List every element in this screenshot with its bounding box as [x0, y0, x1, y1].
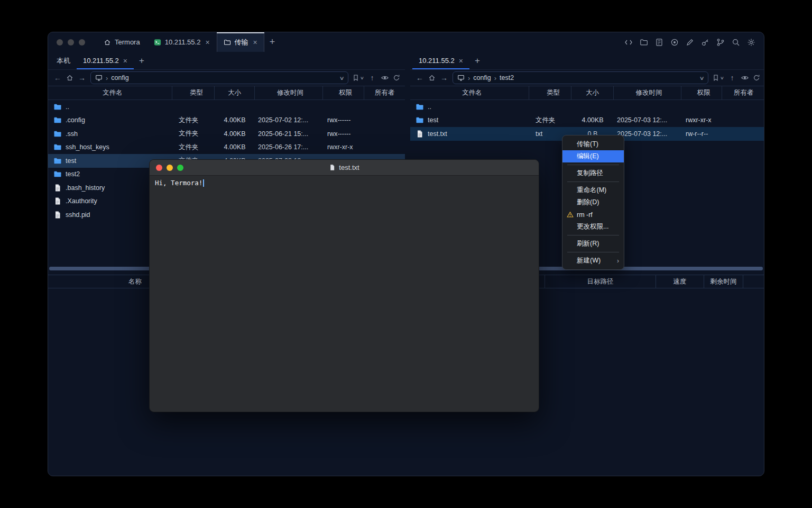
- table-row[interactable]: ..: [48, 100, 405, 114]
- menu-item-copy-path[interactable]: 复制路径: [562, 167, 624, 179]
- column-header-perm[interactable]: 权限: [681, 86, 722, 99]
- minimize-window-button[interactable]: [68, 39, 74, 46]
- parent-directory-button[interactable]: ↑: [727, 74, 737, 82]
- tab-label: 10.211.55.2: [165, 38, 201, 46]
- menu-item-delete[interactable]: 删除(D): [562, 196, 624, 208]
- menu-item-rename[interactable]: 重命名(M): [562, 184, 624, 196]
- parent-directory-button[interactable]: ↑: [367, 74, 377, 82]
- menu-item-change-permissions[interactable]: 更改权限...: [562, 221, 624, 233]
- back-button[interactable]: ←: [53, 74, 62, 82]
- search-button[interactable]: [732, 38, 740, 47]
- folder-icon: [416, 116, 424, 124]
- editor-content-area[interactable]: Hi, Termora!: [150, 176, 539, 190]
- home-icon: [428, 74, 436, 81]
- file-name: test.txt: [428, 130, 447, 138]
- close-tab-icon[interactable]: ×: [253, 38, 257, 47]
- forward-button[interactable]: →: [77, 74, 87, 82]
- left-pathbar: ← → › config ∨ ∨ ↑: [48, 70, 405, 86]
- refresh-icon: [393, 74, 400, 81]
- column-header-type[interactable]: 类型: [529, 86, 571, 99]
- edit-button[interactable]: [686, 38, 694, 47]
- refresh-button[interactable]: [393, 74, 400, 81]
- forward-button[interactable]: →: [439, 74, 449, 82]
- refresh-icon: [753, 74, 760, 81]
- path-dropdown-button[interactable]: ∨: [339, 75, 344, 81]
- transfer-header-tail: [743, 275, 764, 288]
- minimize-window-button[interactable]: [167, 165, 173, 171]
- column-header-speed[interactable]: 速度: [656, 275, 704, 288]
- log-button[interactable]: [655, 38, 663, 47]
- table-row[interactable]: ..: [410, 100, 764, 114]
- close-tab-icon[interactable]: ×: [459, 57, 463, 65]
- column-header-type[interactable]: 类型: [172, 86, 215, 99]
- close-window-button[interactable]: [156, 165, 162, 171]
- branch-button[interactable]: [716, 38, 725, 47]
- computer-icon: [95, 74, 103, 81]
- close-window-button[interactable]: [57, 39, 63, 46]
- home-button[interactable]: [428, 74, 436, 81]
- column-header-name[interactable]: 文件名: [410, 86, 529, 99]
- close-tab-icon[interactable]: ×: [123, 57, 127, 65]
- maximize-window-button[interactable]: [79, 39, 85, 46]
- editor-titlebar[interactable]: test.txt: [150, 160, 539, 176]
- menu-separator: [567, 165, 619, 165]
- refresh-button[interactable]: [753, 74, 760, 81]
- back-button[interactable]: ←: [415, 74, 425, 82]
- tab-termora-home[interactable]: Termora: [97, 32, 147, 52]
- sftp-button[interactable]: [640, 38, 648, 47]
- menu-item-refresh[interactable]: 刷新(R): [562, 238, 624, 250]
- code-button[interactable]: [624, 38, 633, 47]
- path-segment[interactable]: config: [111, 74, 128, 81]
- table-row[interactable]: .config 文件夹 4.00KB 2025-07-02 12:... rwx…: [48, 114, 405, 128]
- tab-host-session[interactable]: 10.211.55.2 ×: [147, 32, 217, 52]
- table-row[interactable]: test 文件夹 4.00KB 2025-07-03 12:... rwxr-x…: [410, 114, 764, 128]
- chevron-down-icon: ∨: [720, 76, 724, 80]
- folder-icon: [53, 130, 62, 138]
- tab-remote-host[interactable]: 10.211.55.2 ×: [412, 52, 469, 69]
- tab-transfer[interactable]: 传输 ×: [217, 32, 264, 52]
- bookmarks-button[interactable]: ∨: [352, 74, 364, 81]
- table-row[interactable]: ssh_host_keys 文件夹 4.00KB 2025-06-26 17:.…: [48, 141, 405, 155]
- bookmarks-button[interactable]: ∨: [712, 74, 724, 81]
- column-header-target-path[interactable]: 目标路径: [545, 275, 656, 288]
- record-button[interactable]: [670, 38, 679, 47]
- new-tab-button[interactable]: +: [264, 37, 281, 48]
- column-header-owner[interactable]: 所有者: [722, 86, 764, 99]
- table-row[interactable]: .ssh 文件夹 4.00KB 2025-06-21 15:... rwx---…: [48, 127, 405, 141]
- column-header-owner[interactable]: 所有者: [364, 86, 405, 99]
- path-segment[interactable]: config: [473, 74, 491, 81]
- menu-item-transfer[interactable]: 传输(T): [562, 138, 624, 150]
- tab-local-machine[interactable]: 本机: [50, 52, 77, 69]
- file-name: ssh_host_keys: [66, 143, 109, 151]
- path-segment[interactable]: test2: [500, 74, 514, 81]
- home-button[interactable]: [66, 74, 73, 81]
- column-header-mtime[interactable]: 修改时间: [255, 86, 323, 99]
- gear-icon: [747, 38, 755, 47]
- column-header-size[interactable]: 大小: [215, 86, 255, 99]
- menu-item-edit[interactable]: 编辑(E): [562, 150, 624, 162]
- tab-remote-host[interactable]: 10.211.55.2 ×: [77, 52, 134, 69]
- path-breadcrumb[interactable]: › config ∨: [90, 71, 348, 84]
- window-controls: [57, 39, 85, 46]
- path-dropdown-button[interactable]: ∨: [699, 75, 704, 81]
- maximize-window-button[interactable]: [177, 165, 183, 171]
- editor-window-controls: [156, 165, 183, 171]
- settings-button[interactable]: [747, 38, 755, 47]
- column-header-eta[interactable]: 剩余时间: [704, 275, 743, 288]
- new-panel-tab-button[interactable]: +: [134, 52, 150, 69]
- menu-item-rm-rf[interactable]: rm -rf: [562, 208, 624, 221]
- column-header-mtime[interactable]: 修改时间: [614, 86, 681, 99]
- titlebar: Termora 10.211.55.2 × 传输 × +: [48, 32, 764, 52]
- close-tab-icon[interactable]: ×: [205, 38, 209, 47]
- show-hidden-files-button[interactable]: [381, 74, 389, 82]
- new-panel-tab-button[interactable]: +: [469, 52, 485, 69]
- menu-item-new[interactable]: 新建(W) ›: [562, 255, 624, 267]
- path-breadcrumb[interactable]: › config › test2 ∨: [453, 71, 708, 84]
- show-hidden-files-button[interactable]: [741, 74, 749, 82]
- eye-icon: [381, 74, 389, 82]
- column-header-size[interactable]: 大小: [571, 86, 614, 99]
- keys-button[interactable]: [701, 38, 709, 47]
- key-icon: [701, 38, 709, 47]
- column-header-name[interactable]: 文件名: [48, 86, 172, 99]
- column-header-perm[interactable]: 权限: [323, 86, 364, 99]
